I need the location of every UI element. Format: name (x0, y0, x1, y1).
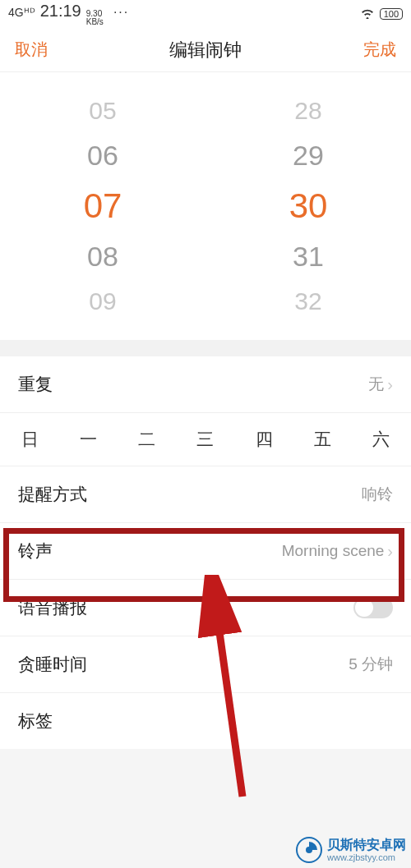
watermark-name: 贝斯特安卓网 (327, 838, 406, 852)
settings-list: 重复 无 › 日 一 二 三 四 五 六 提醒方式 响铃 铃声 Morning … (0, 356, 411, 749)
hour-selected[interactable]: 07 (84, 186, 122, 226)
tag-row[interactable]: 标签 (0, 693, 411, 749)
chevron-right-icon: › (387, 542, 393, 561)
remind-label: 提醒方式 (18, 483, 87, 506)
ringtone-value: Morning scene › (282, 542, 393, 561)
voice-toggle[interactable] (353, 597, 393, 618)
snooze-value: 5 分钟 (349, 654, 393, 675)
status-bar: 4Gᴴᴰ 21:19 9.30 KB/s ··· 100 (0, 0, 411, 28)
day-sun[interactable]: 日 (21, 428, 39, 451)
snooze-label: 贪睡时间 (18, 653, 87, 676)
chevron-right-icon: › (387, 375, 393, 394)
status-time: 21:19 (40, 2, 81, 21)
voice-row[interactable]: 语音播报 (0, 580, 411, 636)
watermark: 贝斯特安卓网 www.zjbstyy.com (296, 837, 406, 863)
svg-point-2 (306, 847, 312, 853)
minute-option[interactable]: 32 (294, 287, 321, 315)
snooze-row[interactable]: 贪睡时间 5 分钟 (0, 636, 411, 693)
minute-selected[interactable]: 30 (289, 186, 328, 226)
cancel-button[interactable]: 取消 (15, 39, 48, 61)
hour-option[interactable]: 09 (89, 287, 116, 315)
minute-option[interactable]: 31 (293, 241, 324, 273)
weekday-row[interactable]: 日 一 二 三 四 五 六 (0, 413, 411, 466)
hour-option[interactable]: 06 (87, 140, 118, 172)
tag-label: 标签 (18, 710, 53, 733)
hour-option[interactable]: 08 (87, 241, 118, 273)
ringtone-label: 铃声 (18, 540, 53, 563)
remind-row[interactable]: 提醒方式 响铃 (0, 466, 411, 523)
repeat-value: 无 › (368, 374, 393, 395)
repeat-label: 重复 (18, 373, 53, 396)
day-fri[interactable]: 五 (314, 428, 331, 451)
battery-icon: 100 (380, 8, 403, 20)
day-tue[interactable]: 二 (138, 428, 155, 451)
minute-option[interactable]: 29 (293, 140, 324, 172)
minute-option[interactable]: 28 (294, 97, 321, 125)
day-wed[interactable]: 三 (196, 428, 214, 451)
ringtone-row[interactable]: 铃声 Morning scene › (0, 523, 411, 580)
repeat-row[interactable]: 重复 无 › (0, 356, 411, 413)
watermark-url: www.zjbstyy.com (327, 852, 406, 862)
done-button[interactable]: 完成 (363, 39, 396, 61)
network-icon: 4Gᴴᴰ (8, 6, 35, 19)
day-thu[interactable]: 四 (256, 428, 273, 451)
divider (0, 340, 411, 356)
navbar: 取消 编辑闹钟 完成 (0, 28, 411, 72)
remind-value: 响铃 (362, 484, 393, 505)
minute-column[interactable]: 28 29 30 31 32 (206, 97, 411, 315)
day-sat[interactable]: 六 (372, 428, 390, 451)
day-mon[interactable]: 一 (80, 428, 97, 451)
voice-label: 语音播报 (18, 596, 87, 619)
watermark-logo-icon (296, 837, 322, 863)
hour-option[interactable]: 05 (89, 97, 116, 125)
time-picker[interactable]: 05 06 07 08 09 28 29 30 31 32 (0, 72, 411, 340)
hour-column[interactable]: 05 06 07 08 09 (0, 97, 206, 315)
wifi-icon (360, 7, 375, 21)
more-icon: ··· (113, 5, 129, 20)
page-title: 编辑闹钟 (48, 38, 363, 62)
status-speed: 9.30 KB/s (86, 10, 104, 26)
